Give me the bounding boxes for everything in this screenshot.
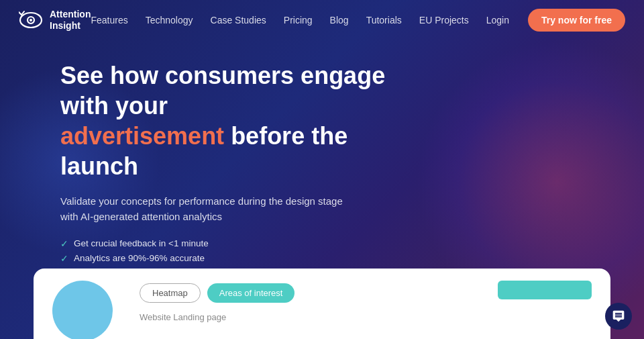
logo-text: Attention Insight [50, 9, 91, 32]
check-icon-1: ✓ [60, 238, 68, 249]
heatmap-tab[interactable]: Heatmap [140, 283, 201, 303]
hero-title: See how consumers engage with your adver… [60, 60, 424, 181]
check-item-1: ✓ Get crucial feedback in <1 minute [60, 238, 424, 249]
preview-card: Heatmap Areas of interest Website Landin… [34, 269, 610, 339]
chat-button[interactable] [605, 303, 632, 330]
preview-bar [498, 281, 592, 299]
logo[interactable]: Attention Insight [19, 8, 91, 32]
nav-features[interactable]: Features [91, 15, 127, 26]
navbar: Attention Insight Features Technology Ca… [0, 0, 644, 40]
nav-cta-button[interactable]: Try now for free [528, 9, 625, 32]
logo-icon [19, 8, 43, 32]
hero-subtitle: Validate your concepts for performance d… [60, 193, 349, 225]
nav-eu-projects[interactable]: EU Projects [419, 15, 469, 26]
preview-thumbnail [52, 281, 113, 339]
check-item-2: ✓ Analytics are 90%-96% accurate [60, 253, 424, 264]
hero-title-accent: advertisement [60, 122, 224, 150]
nav-technology[interactable]: Technology [146, 15, 193, 26]
nav-blog[interactable]: Blog [330, 15, 349, 26]
nav-login[interactable]: Login [486, 15, 509, 26]
check-icon-2: ✓ [60, 253, 68, 264]
preview-label: Website Landing page [140, 312, 471, 322]
svg-point-2 [30, 19, 32, 21]
nav-pricing[interactable]: Pricing [284, 15, 313, 26]
preview-content: Heatmap Areas of interest Website Landin… [140, 281, 471, 322]
chat-icon [612, 309, 625, 323]
preview-tabs: Heatmap Areas of interest [140, 283, 471, 303]
nav-links: Features Technology Case Studies Pricing… [91, 15, 509, 26]
nav-case-studies[interactable]: Case Studies [211, 15, 266, 26]
nav-tutorials[interactable]: Tutorials [366, 15, 402, 26]
aoi-tab[interactable]: Areas of interest [207, 283, 295, 303]
